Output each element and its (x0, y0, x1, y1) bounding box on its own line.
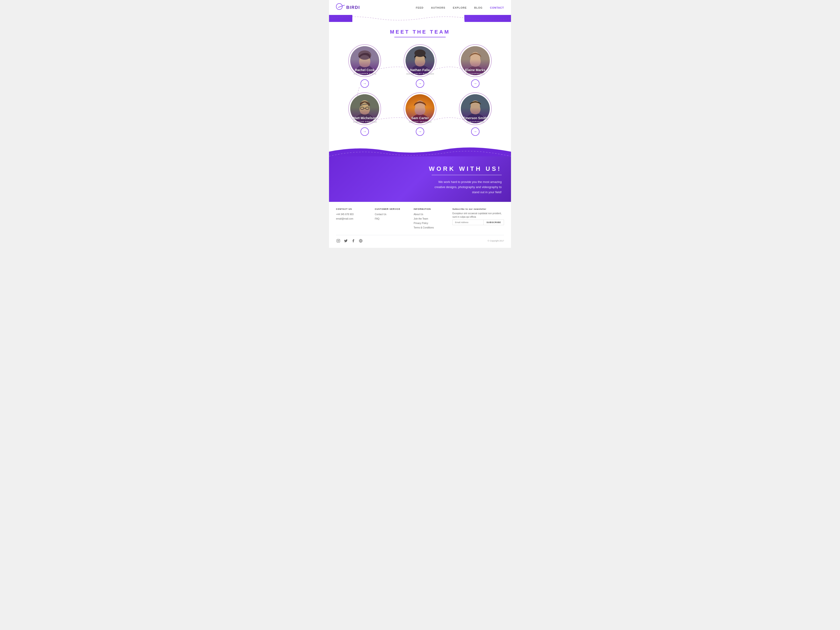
nav-contact[interactable]: CONTACT (490, 6, 504, 9)
facebook-icon[interactable] (351, 238, 355, 243)
team-member-matt: Matt Michelson CREATIVE DIRECTOR → (338, 92, 391, 136)
title-underline (394, 37, 446, 37)
svg-point-30 (338, 240, 339, 242)
footer-bottom: © Copyright 2017 (336, 235, 504, 243)
team-member-elaine: Elaine Marks PHOTOGRAPHER → (449, 44, 502, 88)
footer-link-contact-us[interactable]: Contact Us (375, 213, 409, 216)
globe-icon[interactable] (358, 238, 363, 243)
brand-name: BIRDI (346, 5, 360, 10)
navbar: BIRDI FEED AUTHORS EXPLORE BLOG CONTACT (329, 0, 511, 15)
avatar-nathan: Nathan Falla INSIDE SALES MANAGER (404, 44, 436, 77)
footer-info-col: INFORMATION About Us Join the Team Priva… (414, 208, 448, 230)
footer-link-join[interactable]: Join the Team (414, 217, 448, 221)
footer-customer-title: CUSTOMER SERVICE (375, 208, 409, 210)
nav-explore[interactable]: EXPLORE (453, 6, 467, 9)
arrow-btn-rachel[interactable]: → (360, 79, 369, 88)
footer-email: email@mail.com (336, 217, 370, 221)
footer: CONTACT US +44 345 678 903 email@mail.co… (329, 202, 511, 248)
meet-team-section: MEET THE TEAM (329, 22, 511, 145)
member-role-emerson: VIDEOGRAPHER (466, 121, 484, 123)
newsletter-form: SUBSCRIBE (452, 219, 504, 225)
nav-authors[interactable]: AUTHORS (431, 6, 445, 9)
member-role-elaine: PHOTOGRAPHER (466, 73, 485, 75)
footer-phone: +44 345 678 903 (336, 213, 370, 216)
work-underline (432, 175, 502, 175)
footer-customer-col: CUSTOMER SERVICE Contact Us FAQ (375, 208, 409, 230)
newsletter-subscribe-btn[interactable]: SUBSCRIBE (484, 219, 504, 225)
wave-divider (329, 145, 511, 156)
nav-feed[interactable]: FEED (416, 6, 423, 9)
newsletter-email-input[interactable] (452, 219, 484, 225)
arrow-btn-emerson[interactable]: → (471, 127, 480, 136)
footer-link-faq[interactable]: FAQ (375, 217, 409, 221)
instagram-icon[interactable] (336, 238, 341, 243)
arrow-btn-elaine[interactable]: → (471, 79, 480, 88)
member-role-matt: CREATIVE DIRECTOR (353, 121, 377, 123)
avatar-rachel: Rachel Cook CO-FOUNDER & CTO (348, 44, 381, 77)
team-member-nathan: Nathan Falla INSIDE SALES MANAGER → (394, 44, 447, 88)
copyright: © Copyright 2017 (488, 240, 504, 242)
footer-contact-title: CONTACT US (336, 208, 370, 210)
page-wrapper: BIRDI FEED AUTHORS EXPLORE BLOG CONTACT … (329, 0, 511, 248)
arrow-btn-matt[interactable]: → (360, 127, 369, 136)
work-section: WORK WITH US! We work hard to provide yo… (329, 156, 511, 202)
work-title: WORK WITH US! (338, 165, 502, 172)
team-member-sam: Sam Carter GRAPHIC DESIGNER → (394, 92, 447, 136)
logo[interactable]: BIRDI (336, 3, 360, 12)
arrow-btn-sam[interactable]: → (416, 127, 424, 136)
avatar-elaine: Elaine Marks PHOTOGRAPHER (459, 44, 492, 77)
member-role-nathan: INSIDE SALES MANAGER (406, 73, 434, 75)
nav-blog[interactable]: BLOG (474, 6, 483, 9)
footer-info-title: INFORMATION (414, 208, 448, 210)
member-name-emerson: Emerson Smith (463, 116, 487, 120)
footer-link-about[interactable]: About Us (414, 213, 448, 216)
member-name-sam: Sam Carter (411, 116, 429, 120)
footer-newsletter-col: Subscribe to our newsletter Excepteur si… (452, 208, 504, 230)
newsletter-desc: Excepteur sint occaecat cupidatat non pr… (452, 212, 504, 219)
member-name-matt: Matt Michelson (353, 116, 377, 120)
member-role-rachel: CO-FOUNDER & CTO (354, 73, 376, 75)
logo-icon (336, 3, 344, 12)
team-grid: Rachel Cook CO-FOUNDER & CTO → (338, 44, 502, 136)
work-body: We work hard to provide you the most ama… (427, 180, 502, 195)
social-icons (336, 238, 363, 243)
dashed-wave-top (329, 15, 511, 22)
nav-links: FEED AUTHORS EXPLORE BLOG CONTACT (416, 5, 504, 9)
twitter-icon[interactable] (343, 238, 348, 243)
footer-grid: CONTACT US +44 345 678 903 email@mail.co… (336, 208, 504, 230)
avatar-sam: Sam Carter GRAPHIC DESIGNER (404, 92, 436, 125)
footer-link-terms[interactable]: Terms & Conditions (414, 226, 448, 229)
section-title: MEET THE TEAM (338, 29, 502, 35)
footer-link-privacy[interactable]: Privacy Policy (414, 221, 448, 225)
member-role-sam: GRAPHIC DESIGNER (409, 121, 431, 123)
member-name-nathan: Nathan Falla (410, 68, 429, 72)
team-member-rachel: Rachel Cook CO-FOUNDER & CTO → (338, 44, 391, 88)
avatar-matt: Matt Michelson CREATIVE DIRECTOR (348, 92, 381, 125)
svg-point-9 (414, 49, 426, 57)
footer-contact-col: CONTACT US +44 345 678 903 email@mail.co… (336, 208, 370, 230)
member-name-rachel: Rachel Cook (355, 68, 375, 72)
avatar-emerson: Emerson Smith VIDEOGRAPHER (459, 92, 492, 125)
newsletter-title: Subscribe to our newsletter (452, 208, 504, 210)
arrow-btn-nathan[interactable]: → (416, 79, 424, 88)
team-member-emerson: Emerson Smith VIDEOGRAPHER → (449, 92, 502, 136)
member-name-elaine: Elaine Marks (465, 68, 485, 72)
svg-rect-29 (337, 239, 340, 242)
